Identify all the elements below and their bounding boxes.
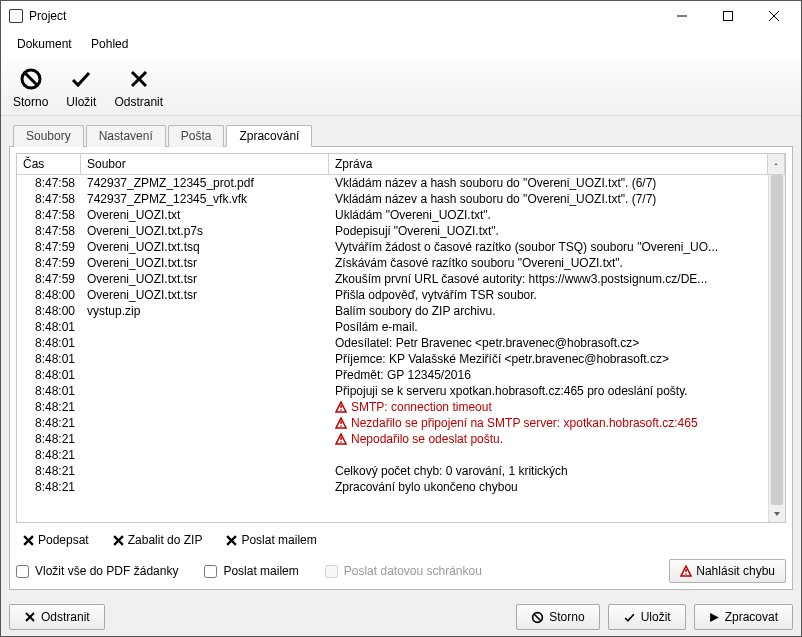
scroll-thumb[interactable] <box>771 175 783 505</box>
table-row[interactable]: 8:48:01Připojuji se k serveru xpotkan.ho… <box>17 383 768 399</box>
footer-zpracovat-button[interactable]: Zpracovat <box>694 604 793 630</box>
table-row[interactable]: 8:48:00vystup.zipBalím soubory do ZIP ar… <box>17 303 768 319</box>
svg-point-11 <box>340 409 342 411</box>
ulozit-tool[interactable]: Uložit <box>66 65 96 109</box>
footer-ulozit-button[interactable]: Uložit <box>608 604 686 630</box>
cell-time: 8:48:21 <box>17 431 81 447</box>
app-icon <box>9 9 23 23</box>
svg-marker-8 <box>775 163 778 165</box>
table-row[interactable]: 8:48:01Posílám e-mail. <box>17 319 768 335</box>
cell-time: 8:47:59 <box>17 255 81 271</box>
podepsat-button[interactable]: Podepsat <box>16 529 96 551</box>
check-datova-box <box>325 565 338 578</box>
table-row[interactable]: 8:48:21Celkový počet chyb: 0 varování, 1… <box>17 463 768 479</box>
cell-message: Vkládám název a hash souboru do "Overeni… <box>329 175 768 191</box>
footer-storno-button[interactable]: Storno <box>516 604 599 630</box>
odstranit-label: Odstranit <box>114 95 163 109</box>
table-row[interactable]: 8:48:21SMTP: connection timeout <box>17 399 768 415</box>
svg-point-27 <box>685 573 687 575</box>
cell-time: 8:48:01 <box>17 319 81 335</box>
odstranit-tool[interactable]: Odstranit <box>114 65 163 109</box>
cell-message: Získávám časové razítko souboru "Overeni… <box>329 255 768 271</box>
cell-time: 8:47:59 <box>17 271 81 287</box>
tab-zpracovani[interactable]: Zpracování <box>226 125 312 147</box>
poslat-button[interactable]: Poslat mailem <box>219 529 323 551</box>
cell-message: Vkládám název a hash souboru do "Overeni… <box>329 191 768 207</box>
tab-nastaveni[interactable]: Nastavení <box>86 125 166 147</box>
cell-time: 8:47:58 <box>17 223 81 239</box>
vertical-scrollbar[interactable] <box>768 175 785 522</box>
cell-file: 742937_ZPMZ_12345_vfk.vfk <box>81 191 329 207</box>
cell-time: 8:48:01 <box>17 335 81 351</box>
cell-file: Overeni_UOZI.txt.tsr <box>81 255 329 271</box>
table-row[interactable]: 8:47:59Overeni_UOZI.txt.tsqVytvářím žádo… <box>17 239 768 255</box>
svg-marker-18 <box>774 512 780 516</box>
cell-time: 8:48:00 <box>17 303 81 319</box>
window-title: Project <box>29 9 659 23</box>
svg-point-14 <box>340 425 342 427</box>
col-soubor[interactable]: Soubor <box>81 154 329 174</box>
svg-marker-32 <box>710 613 719 622</box>
scroll-down-button[interactable] <box>769 505 785 522</box>
cancel-icon <box>17 65 45 93</box>
table-row[interactable]: 8:47:59Overeni_UOZI.txt.tsrZkouším první… <box>17 271 768 287</box>
check-mail[interactable]: Poslat mailem <box>204 564 298 578</box>
col-zprava[interactable]: Zpráva <box>329 154 768 174</box>
panel-actions: Podepsat Zabalit do ZIP Poslat mailem <box>16 529 786 551</box>
check-row: Vložit vše do PDF žádanky Poslat mailem … <box>16 559 786 583</box>
delete-icon <box>125 65 153 93</box>
cell-message: SMTP: connection timeout <box>329 399 768 415</box>
table-row[interactable]: 8:48:21Nezdařilo se připojení na SMTP se… <box>17 415 768 431</box>
cell-file <box>81 463 329 479</box>
table-row[interactable]: 8:47:58Overeni_UOZI.txt.p7sPodepisuji "O… <box>17 223 768 239</box>
svg-line-31 <box>535 614 542 621</box>
cell-message: Vytvářím žádost o časové razítko (soubor… <box>329 239 768 255</box>
menu-dokument[interactable]: Dokument <box>9 33 80 55</box>
table-row[interactable]: 8:48:21 <box>17 447 768 463</box>
cell-time: 8:48:21 <box>17 463 81 479</box>
table-row[interactable]: 8:47:59Overeni_UOZI.txt.tsrZískávám časo… <box>17 255 768 271</box>
check-pdf-box[interactable] <box>16 565 29 578</box>
cell-file <box>81 399 329 415</box>
cell-file <box>81 335 329 351</box>
table-row[interactable]: 8:48:01Předmět: GP 12345/2016 <box>17 367 768 383</box>
cell-time: 8:48:01 <box>17 367 81 383</box>
tab-soubory[interactable]: Soubory <box>13 125 84 147</box>
tab-posta[interactable]: Pošta <box>168 125 225 147</box>
table-row[interactable]: 8:48:00Overeni_UOZI.txt.tsrPřišla odpově… <box>17 287 768 303</box>
check-icon <box>67 65 95 93</box>
cell-time: 8:48:01 <box>17 351 81 367</box>
menubar: Dokument Pohled <box>1 31 801 57</box>
table-row[interactable]: 8:48:21Nepodařilo se odeslat poštu. <box>17 431 768 447</box>
minimize-button[interactable] <box>659 1 705 31</box>
col-cas[interactable]: Čas <box>17 154 81 174</box>
check-pdf[interactable]: Vložit vše do PDF žádanky <box>16 564 178 578</box>
table-row[interactable]: 8:47:58742937_ZPMZ_12345_prot.pdfVkládám… <box>17 175 768 191</box>
table-row[interactable]: 8:48:21Zpracování bylo ukončeno chybou <box>17 479 768 495</box>
cell-time: 8:47:58 <box>17 207 81 223</box>
menu-pohled[interactable]: Pohled <box>83 33 136 55</box>
cell-time: 8:47:58 <box>17 191 81 207</box>
table-row[interactable]: 8:48:01Odesílatel: Petr Bravenec <petr.b… <box>17 335 768 351</box>
maximize-button[interactable] <box>705 1 751 31</box>
check-datova: Poslat datovou schránkou <box>325 564 482 578</box>
scroll-up-button[interactable] <box>768 154 785 174</box>
toolbar: Storno Uložit Odstranit <box>1 57 801 116</box>
warning-icon <box>335 417 347 429</box>
cell-file <box>81 319 329 335</box>
zabalit-button[interactable]: Zabalit do ZIP <box>106 529 210 551</box>
table-row[interactable]: 8:48:01Příjemce: KP Valašské Meziříčí <p… <box>17 351 768 367</box>
storno-tool[interactable]: Storno <box>13 65 48 109</box>
close-button[interactable] <box>751 1 797 31</box>
cell-message <box>329 447 768 463</box>
report-error-button[interactable]: Nahlásit chybu <box>669 559 786 583</box>
cell-message: Nepodařilo se odeslat poštu. <box>329 431 768 447</box>
content-area: Soubory Nastavení Pošta Zpracování Čas S… <box>1 116 801 598</box>
check-mail-box[interactable] <box>204 565 217 578</box>
log-table: Čas Soubor Zpráva 8:47:58742937_ZPMZ_123… <box>16 153 786 523</box>
cell-time: 8:47:59 <box>17 239 81 255</box>
table-row[interactable]: 8:47:58742937_ZPMZ_12345_vfk.vfkVkládám … <box>17 191 768 207</box>
table-row[interactable]: 8:47:58Overeni_UOZI.txtUkládám "Overeni_… <box>17 207 768 223</box>
tab-panel: Čas Soubor Zpráva 8:47:58742937_ZPMZ_123… <box>9 146 793 590</box>
footer-odstranit-button[interactable]: Odstranit <box>9 604 105 630</box>
